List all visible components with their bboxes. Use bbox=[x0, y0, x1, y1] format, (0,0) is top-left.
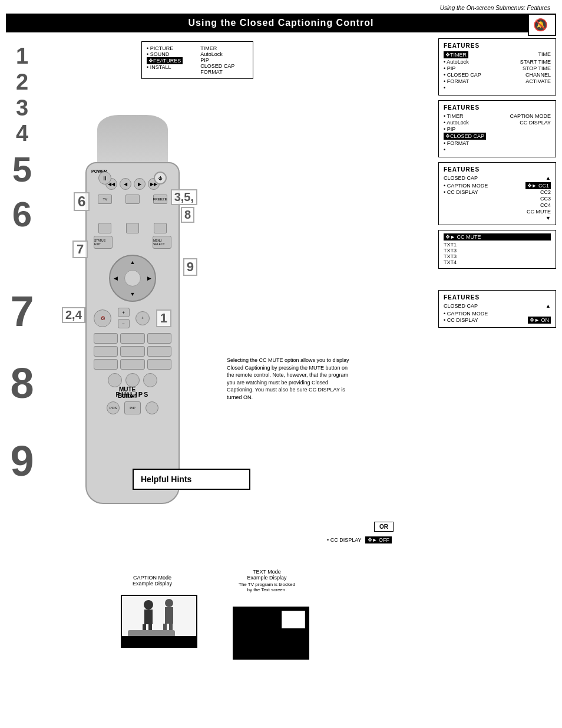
fb1-row1-left: ❖TIMER bbox=[444, 51, 468, 58]
num-6[interactable] bbox=[147, 346, 171, 357]
num-5[interactable] bbox=[120, 346, 144, 357]
fb3-arrow-up: ▲ bbox=[546, 175, 551, 181]
fb1-title: FEATURES bbox=[444, 42, 551, 49]
caption-mode-text: CAPTION Mode bbox=[133, 575, 172, 581]
fb2-row3-left: • PIP bbox=[444, 126, 455, 132]
step-3: 3 bbox=[16, 96, 28, 121]
caption-mode-label: CAPTION Mode Example Display bbox=[133, 575, 172, 587]
num-8[interactable] bbox=[120, 359, 144, 370]
menu-btn[interactable] bbox=[125, 195, 140, 204]
cc-mute-opt-4: TXT3 bbox=[444, 253, 551, 259]
prev-button[interactable]: ◀ bbox=[120, 178, 131, 190]
num-7[interactable] bbox=[94, 359, 118, 370]
fb3-row1-left: • CAPTION MODE bbox=[444, 183, 488, 189]
remote-body: ⏸ POWER ⏻ ◀◀ ◀ ▶ ▶▶ TV bbox=[85, 162, 180, 504]
fb2-row-5: • FORMAT bbox=[444, 140, 551, 146]
num-3[interactable] bbox=[147, 333, 171, 344]
caption-example-text: Example Display bbox=[133, 581, 172, 587]
num-9[interactable] bbox=[147, 359, 171, 370]
status-exit-btn[interactable]: STATUS EXIT bbox=[94, 236, 113, 249]
next-button[interactable]: ▶ bbox=[134, 178, 146, 190]
fb2-row1-left: • TIMER bbox=[444, 113, 464, 119]
step-callout-35: 3,5, bbox=[171, 189, 197, 205]
text-mode-screen bbox=[233, 607, 309, 660]
step-callout-8: 8 bbox=[181, 207, 194, 223]
step-4: 4 bbox=[16, 121, 28, 146]
bottom-row bbox=[91, 373, 174, 387]
bottom-btn-3[interactable] bbox=[143, 373, 157, 387]
menu-closedcap: CLOSED CAP bbox=[200, 63, 234, 69]
dpad-section: 7 9 STATUS EXIT MENU SELECT ▲ ▼ ◀ bbox=[91, 235, 174, 302]
ch-up[interactable]: + bbox=[135, 311, 150, 325]
fb1-row2-left: • AutoLock bbox=[444, 59, 469, 65]
freeze-btn[interactable]: FREEZE bbox=[153, 195, 167, 204]
fb4-subtitle: CLOSED CAP bbox=[444, 303, 478, 309]
step-callout-24: 2,4 bbox=[62, 307, 85, 323]
vol-down[interactable]: − bbox=[118, 319, 130, 328]
svg-text:🔕: 🔕 bbox=[533, 18, 548, 32]
step-callout-9: 9 bbox=[183, 258, 197, 276]
top-header: Using the On-screen Submenus: Features bbox=[0, 0, 562, 14]
fb3-row5-right: CC MUTE bbox=[527, 209, 551, 215]
bottom-btn-2[interactable] bbox=[125, 373, 140, 387]
fb1-row2-right: START TIME bbox=[520, 59, 551, 65]
extra-btn[interactable] bbox=[146, 401, 158, 414]
fb3-row2-right: CC2 bbox=[540, 189, 551, 195]
header-text: Using the On-screen Submenus: Features bbox=[440, 5, 550, 11]
text-mode-note: The TV program is blockedby the Text scr… bbox=[239, 582, 295, 592]
dpad-right[interactable]: ▶ bbox=[147, 275, 151, 281]
fb1-row3-left: • PIP bbox=[444, 65, 455, 71]
helpful-hints-box: Helpful Hints bbox=[133, 469, 250, 490]
caption-example-screen bbox=[121, 595, 197, 648]
vol-up[interactable]: + bbox=[118, 308, 130, 317]
num-1[interactable] bbox=[94, 333, 118, 344]
dpad-down[interactable]: ▼ bbox=[130, 291, 135, 297]
text-example-text: Example Display bbox=[239, 575, 295, 581]
step-8: 8 bbox=[10, 362, 34, 404]
accessibility-icon: 🔕 bbox=[530, 16, 554, 34]
remote-control: ⏸ POWER ⏻ ◀◀ ◀ ▶ ▶▶ TV bbox=[68, 115, 197, 504]
fb1-row3-right: STOP TIME bbox=[523, 65, 551, 71]
num-4[interactable] bbox=[94, 346, 118, 357]
caption-screen-svg bbox=[122, 596, 197, 638]
dpad-up[interactable]: ▲ bbox=[130, 259, 135, 265]
power-button[interactable]: ⏻ bbox=[154, 172, 167, 185]
fb3-row-3: CC3 bbox=[444, 196, 551, 202]
fb4-row-2: • CC DISPLAY ❖► ON bbox=[444, 317, 551, 323]
ch-btns: + bbox=[135, 311, 150, 325]
feature-box-2: FEATURES • TIMER CAPTION MODE • AutoLock… bbox=[438, 100, 556, 157]
or-label: OR bbox=[374, 522, 394, 532]
step-6: 6 bbox=[12, 197, 32, 232]
remote-top-antenna bbox=[97, 115, 168, 162]
fb3-row-5: CC MUTE bbox=[444, 209, 551, 215]
pause-button[interactable]: ⏸ bbox=[98, 172, 111, 185]
fb1-row-5: • FORMAT ACTIVATE bbox=[444, 78, 551, 84]
extra-btns-row bbox=[91, 222, 174, 235]
fb2-row-4: ❖CLOSED CAP bbox=[444, 133, 551, 140]
main-content: 1 2 3 4 5 6 7 8 9 • PICTURE • bbox=[0, 32, 562, 569]
fb1-row-1: ❖TIMER TIME bbox=[444, 51, 551, 58]
cc-mute-opt-1: ❖► CC MUTE bbox=[444, 233, 551, 241]
pip-btn[interactable]: PIP bbox=[124, 401, 141, 414]
fb4-subtitle-row: CLOSED CAP ▲ bbox=[444, 303, 551, 309]
d-pad[interactable]: ▲ ▼ ◀ ▶ bbox=[109, 255, 156, 302]
ok-btn[interactable] bbox=[126, 223, 139, 233]
fb3-row2-left: • CC DISPLAY bbox=[444, 189, 478, 195]
position-btn[interactable]: POS bbox=[107, 401, 120, 414]
fb3-row3-right: CC3 bbox=[540, 196, 551, 202]
tv-btn[interactable]: TV bbox=[98, 195, 112, 204]
info-btn[interactable] bbox=[154, 223, 167, 233]
menu-select-btn[interactable]: MENU SELECT bbox=[153, 236, 171, 249]
menu-item-picture: • PICTURE bbox=[147, 45, 183, 51]
dpad-left[interactable]: ◀ bbox=[114, 275, 118, 281]
fb1-row-2: • AutoLock START TIME bbox=[444, 59, 551, 65]
mute-button[interactable]: 🔇 2,4 bbox=[94, 309, 111, 327]
menu-item-sound: • SOUND bbox=[147, 51, 183, 57]
dpad-center[interactable] bbox=[124, 270, 141, 286]
fb2-row-2: • AutoLock CC DISPLAY bbox=[444, 120, 551, 126]
fb4-row2-right: ❖► ON bbox=[528, 317, 551, 323]
swap-btn[interactable] bbox=[98, 223, 111, 233]
page-title: Using the Closed Captioning Control bbox=[189, 18, 374, 28]
num-2[interactable] bbox=[120, 333, 144, 344]
bottom-btn-1[interactable] bbox=[108, 373, 122, 387]
